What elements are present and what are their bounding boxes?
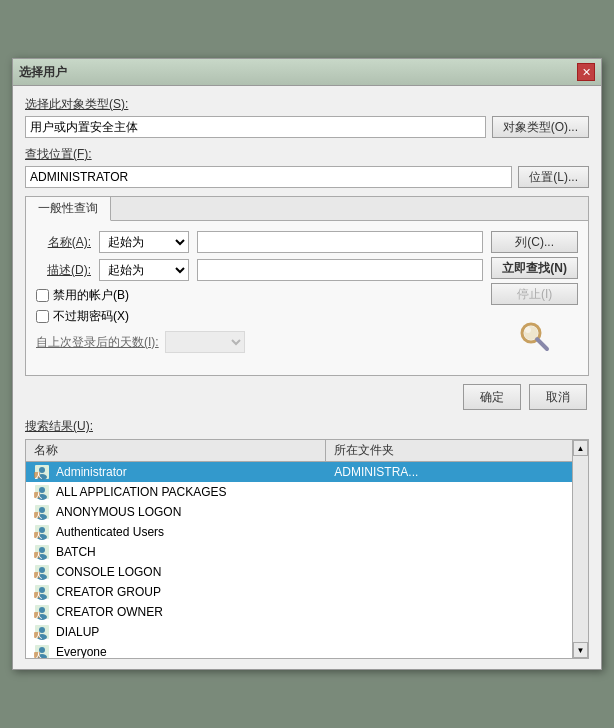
desc-text-input[interactable] [197, 259, 483, 281]
table-row[interactable]: 人 CREATOR GROUP [26, 582, 572, 602]
result-folder-col [326, 511, 572, 513]
search-results-label: 搜索结果(U): [25, 418, 589, 435]
ok-button[interactable]: 确定 [463, 384, 521, 410]
result-name: CREATOR GROUP [56, 585, 161, 599]
user-icon: 人 [34, 604, 50, 620]
results-body: 人 AdministratorADMINISTRA... 人 ALL APPLI… [26, 462, 572, 658]
object-type-button[interactable]: 对象类型(O)... [492, 116, 589, 138]
action-row: 确定 取消 [25, 384, 589, 410]
col-folder-header: 所在文件夹 [326, 440, 572, 461]
checkbox-disabled-account: 禁用的帐户(B) [36, 287, 483, 304]
user-icon: 人 [34, 544, 50, 560]
name-label: 名称(A): [36, 234, 91, 251]
location-input-row: 位置(L)... [25, 166, 589, 188]
days-row: 自上次登录后的天数(I): [36, 331, 483, 353]
checkbox-noexpiry-input[interactable] [36, 310, 49, 323]
results-scroll-area[interactable]: 名称 所在文件夹 人 AdministratorADMINISTRA... 人 … [26, 440, 572, 658]
form-area: 名称(A): 起始为 描述(D): [36, 231, 578, 365]
result-folder-col [326, 631, 572, 633]
close-button[interactable]: ✕ [577, 63, 595, 81]
search-icon-area [491, 309, 578, 365]
name-text-input[interactable] [197, 231, 483, 253]
scrollbar[interactable]: ▲ ▼ [572, 440, 588, 658]
svg-text:人: 人 [34, 612, 43, 620]
user-icon: 人 [34, 504, 50, 520]
result-folder-col [326, 531, 572, 533]
col-name-header: 名称 [26, 440, 326, 461]
result-name: ALL APPLICATION PACKAGES [56, 485, 227, 499]
result-name-col: 人 CREATOR OWNER [26, 603, 326, 621]
result-name-col: 人 Administrator [26, 463, 326, 481]
table-row[interactable]: 人 AdministratorADMINISTRA... [26, 462, 572, 482]
location-input[interactable] [25, 166, 512, 188]
result-name: ANONYMOUS LOGON [56, 505, 181, 519]
dialog-title: 选择用户 [19, 64, 67, 81]
find-button[interactable]: 立即查找(N) [491, 257, 578, 279]
desc-combo[interactable]: 起始为 [99, 259, 189, 281]
dialog-body: 选择此对象类型(S): 对象类型(O)... 查找位置(F): 位置(L)...… [13, 86, 601, 669]
user-icon: 人 [34, 644, 50, 658]
result-name: CREATOR OWNER [56, 605, 163, 619]
svg-text:人: 人 [34, 592, 43, 600]
user-icon: 人 [34, 584, 50, 600]
name-combo[interactable]: 起始为 [99, 231, 189, 253]
days-select[interactable] [165, 331, 245, 353]
scroll-down-button[interactable]: ▼ [573, 642, 588, 658]
object-type-input[interactable] [25, 116, 486, 138]
svg-text:人: 人 [34, 652, 43, 658]
name-row: 名称(A): 起始为 [36, 231, 483, 253]
main-dialog: 选择用户 ✕ 选择此对象类型(S): 对象类型(O)... 查找位置(F): 位… [12, 58, 602, 670]
location-button[interactable]: 位置(L)... [518, 166, 589, 188]
result-name-col: 人 CREATOR GROUP [26, 583, 326, 601]
tab-group: 一般性查询 名称(A): 起始为 [25, 196, 589, 376]
svg-text:人: 人 [34, 552, 43, 560]
table-row[interactable]: 人 ALL APPLICATION PACKAGES [26, 482, 572, 502]
table-row[interactable]: 人 Authenticated Users [26, 522, 572, 542]
result-name-col: 人 Everyone [26, 643, 326, 658]
cancel-button[interactable]: 取消 [529, 384, 587, 410]
result-folder-col: ADMINISTRA... [326, 464, 572, 480]
result-name-col: 人 BATCH [26, 543, 326, 561]
table-row[interactable]: 人 ANONYMOUS LOGON [26, 502, 572, 522]
result-folder-col [326, 551, 572, 553]
result-name-col: 人 DIALUP [26, 623, 326, 641]
result-name: BATCH [56, 545, 96, 559]
svg-text:人: 人 [34, 512, 43, 520]
title-bar: 选择用户 ✕ [13, 59, 601, 86]
stop-button[interactable]: 停止(I) [491, 283, 578, 305]
table-row[interactable]: 人 CONSOLE LOGON [26, 562, 572, 582]
location-row: 查找位置(F): 位置(L)... [25, 146, 589, 188]
result-folder-col [326, 491, 572, 493]
svg-text:人: 人 [34, 572, 43, 580]
checkbox-noexpiry-label: 不过期密码(X) [53, 308, 129, 325]
location-label: 查找位置(F): [25, 146, 589, 163]
svg-text:人: 人 [34, 472, 43, 480]
col-button[interactable]: 列(C)... [491, 231, 578, 253]
user-icon: 人 [34, 624, 50, 640]
result-name: Everyone [56, 645, 107, 658]
result-folder-col [326, 571, 572, 573]
tab-header: 一般性查询 [26, 197, 588, 221]
table-row[interactable]: 人 Everyone [26, 642, 572, 658]
desc-row: 描述(D): 起始为 [36, 259, 483, 281]
table-row[interactable]: 人 BATCH [26, 542, 572, 562]
result-name: DIALUP [56, 625, 99, 639]
svg-text:人: 人 [34, 532, 43, 540]
result-name-col: 人 ALL APPLICATION PACKAGES [26, 483, 326, 501]
object-type-row: 选择此对象类型(S): 对象类型(O)... [25, 96, 589, 138]
table-row[interactable]: 人 DIALUP [26, 622, 572, 642]
table-row[interactable]: 人 CREATOR OWNER [26, 602, 572, 622]
result-folder-col [326, 651, 572, 653]
object-type-label: 选择此对象类型(S): [25, 96, 589, 113]
desc-label: 描述(D): [36, 262, 91, 279]
checkbox-disabled-input[interactable] [36, 289, 49, 302]
result-name-col: 人 Authenticated Users [26, 523, 326, 541]
scroll-up-button[interactable]: ▲ [573, 440, 588, 456]
svg-point-3 [525, 327, 531, 333]
user-icon: 人 [34, 484, 50, 500]
scroll-track[interactable] [573, 456, 588, 642]
svg-text:人: 人 [34, 632, 43, 640]
form-right: 列(C)... 立即查找(N) 停止(I) [491, 231, 578, 365]
results-header: 名称 所在文件夹 [26, 440, 572, 462]
tab-general-query[interactable]: 一般性查询 [26, 197, 111, 221]
